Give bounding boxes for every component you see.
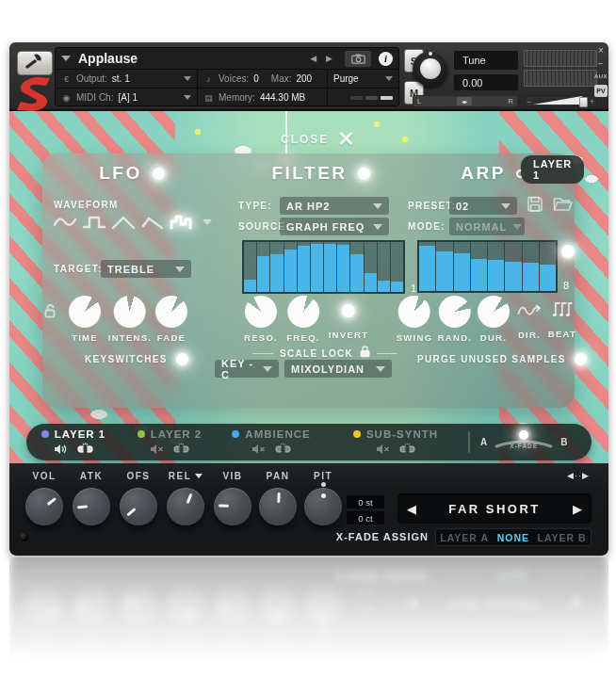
arp-step-graph[interactable] xyxy=(417,240,558,293)
volume-minus[interactable]: − xyxy=(527,97,531,106)
xfade-assign-layer-a[interactable]: LAYER A xyxy=(440,532,489,543)
vib-knob[interactable] xyxy=(214,488,251,525)
purge-unused-light[interactable] xyxy=(575,353,587,365)
lfo-time-knob[interactable]: TIME xyxy=(69,296,101,343)
pan-center-handle[interactable]: ◂▸ xyxy=(457,97,472,105)
minimize-window-button[interactable]: − xyxy=(598,58,604,69)
unlink-icon[interactable] xyxy=(398,442,416,459)
keyswitches-light[interactable] xyxy=(176,353,188,365)
xfade-assign-layer-b[interactable]: LAYER B xyxy=(538,532,587,543)
volume-plus[interactable]: + xyxy=(590,97,594,106)
aux-button[interactable]: AUX xyxy=(594,72,608,82)
atk-knob[interactable] xyxy=(73,488,110,525)
lfo-enable-light[interactable] xyxy=(153,168,165,180)
articulation-prev-arrow[interactable]: ◀ xyxy=(407,502,416,516)
pitch-semitones-value[interactable]: 0 st xyxy=(347,495,384,508)
pitch-knob-block[interactable]: PIT xyxy=(304,471,342,525)
max-value[interactable]: 200 xyxy=(296,73,312,84)
pit-knob[interactable] xyxy=(304,488,342,525)
lfo-fade-knob[interactable]: FADE xyxy=(155,296,187,343)
saw-wave-icon[interactable] xyxy=(139,212,165,232)
triangle-wave-icon[interactable] xyxy=(110,212,136,232)
offset-knob-block[interactable]: OFS xyxy=(120,471,157,525)
pan-slider[interactable]: L ◂▸ R xyxy=(413,95,518,107)
arp-steps-count[interactable]: 8 xyxy=(563,280,570,291)
knob-dial[interactable] xyxy=(155,296,187,328)
speaker-muted-icon[interactable] xyxy=(150,442,164,459)
filter-frequency-knob[interactable]: FREQ. xyxy=(286,296,320,343)
pan-knob[interactable] xyxy=(259,488,297,525)
beat-notes-icon[interactable] xyxy=(552,300,573,318)
arp-beat-control[interactable]: BEAT xyxy=(548,300,576,339)
vol-knob[interactable] xyxy=(25,488,63,525)
unlink-icon[interactable] xyxy=(172,442,190,459)
purge-menu[interactable]: Purge xyxy=(327,70,398,88)
arp-preset-select[interactable]: 02 xyxy=(449,197,517,215)
tune-value[interactable]: 0.00 xyxy=(454,74,518,90)
load-preset-folder-icon[interactable] xyxy=(553,197,573,216)
prev-instrument-arrow[interactable]: ◀ xyxy=(310,54,316,63)
knob-dial[interactable] xyxy=(245,296,277,328)
tune-knob[interactable] xyxy=(413,51,448,87)
waveform-menu-caret[interactable] xyxy=(203,219,212,225)
close-panel-button[interactable]: CLOSE ✕ xyxy=(281,130,355,149)
purge-unused-samples-toggle[interactable]: PURGE UNUSED SAMPLES xyxy=(417,353,587,365)
speaker-muted-icon[interactable] xyxy=(376,442,390,459)
unlink-icon[interactable] xyxy=(76,442,94,459)
arp-direction-control[interactable]: DIR. xyxy=(517,302,543,340)
knob-dial[interactable] xyxy=(287,296,319,328)
volume-slider[interactable]: − + xyxy=(524,95,597,107)
release-knob-block[interactable]: REL xyxy=(167,471,204,525)
tab-ambience[interactable]: AMBIENCE xyxy=(222,428,320,459)
arp-random-knob[interactable]: RAND. xyxy=(438,296,473,343)
speaker-muted-icon[interactable] xyxy=(251,442,266,459)
direction-squiggle-icon[interactable] xyxy=(517,302,543,318)
layer-badge[interactable]: LAYER 1 xyxy=(521,155,584,184)
vibrato-knob-block[interactable]: VIB xyxy=(214,471,251,525)
volume-knob-block[interactable]: VOL xyxy=(25,471,63,525)
filter-resonance-knob[interactable]: RESO. xyxy=(244,296,278,343)
knob-dial[interactable] xyxy=(69,296,101,328)
xfade-arc-slider[interactable]: X-FADE xyxy=(494,432,553,451)
arp-mode-select[interactable]: NORMAL xyxy=(449,218,525,235)
close-window-button[interactable]: × xyxy=(598,45,604,56)
ofs-knob[interactable] xyxy=(120,488,157,525)
invert-light[interactable] xyxy=(342,304,355,317)
snapshot-camera-icon[interactable] xyxy=(345,51,371,67)
next-instrument-arrow[interactable]: ▶ xyxy=(326,54,332,63)
filter-step-graph[interactable] xyxy=(242,240,405,294)
attack-knob-block[interactable]: ATK xyxy=(73,471,110,525)
tab-layer-1[interactable]: LAYER 1 xyxy=(28,428,119,459)
lfo-intensity-knob[interactable]: INTENS. xyxy=(108,296,153,343)
unlock-icon[interactable] xyxy=(44,304,57,322)
knob-dial[interactable] xyxy=(114,296,146,328)
info-icon[interactable]: i xyxy=(379,52,393,66)
output-select[interactable]: € Output: st. 1 xyxy=(56,70,197,88)
filter-enable-light[interactable] xyxy=(358,168,370,180)
filter-source-select[interactable]: GRAPH FREQ xyxy=(280,218,389,235)
nav-right-icon[interactable]: ▶ xyxy=(582,471,590,480)
filter-invert-toggle[interactable]: INVERT xyxy=(329,304,369,340)
scale-select[interactable]: MIXOLYDIAN xyxy=(284,360,392,378)
lfo-target-select[interactable]: TREBLE xyxy=(101,260,191,278)
arp-duration-knob[interactable]: DUR. xyxy=(478,296,510,343)
pan-knob-block[interactable]: PAN xyxy=(259,471,297,525)
pv-button[interactable]: PV xyxy=(594,85,607,97)
tab-sub-synth[interactable]: SUB-SYNTH xyxy=(347,428,445,459)
speaker-on-icon[interactable] xyxy=(54,442,68,459)
unlink-icon[interactable] xyxy=(274,442,292,459)
pitch-cents-value[interactable]: 0 ct xyxy=(347,511,384,525)
edit-wrench-button[interactable] xyxy=(17,51,53,75)
key-select[interactable]: KEY - C xyxy=(215,360,279,378)
sine-wave-icon[interactable] xyxy=(52,212,77,232)
xfade-assign-none[interactable]: NONE xyxy=(497,532,529,543)
arp-graph-handle-light[interactable] xyxy=(561,245,575,258)
release-menu-caret[interactable] xyxy=(195,474,203,478)
knob-dial[interactable] xyxy=(439,296,471,328)
articulation-selector[interactable]: ◀ FAR SHORT ▶ xyxy=(397,493,592,524)
save-preset-icon[interactable] xyxy=(527,196,543,217)
random-wave-icon[interactable] xyxy=(169,212,194,232)
page-nav-glyph[interactable]: ◀··▶ xyxy=(567,471,590,480)
knob-dial[interactable] xyxy=(478,296,510,328)
filter-type-select[interactable]: AR HP2 xyxy=(280,197,389,215)
